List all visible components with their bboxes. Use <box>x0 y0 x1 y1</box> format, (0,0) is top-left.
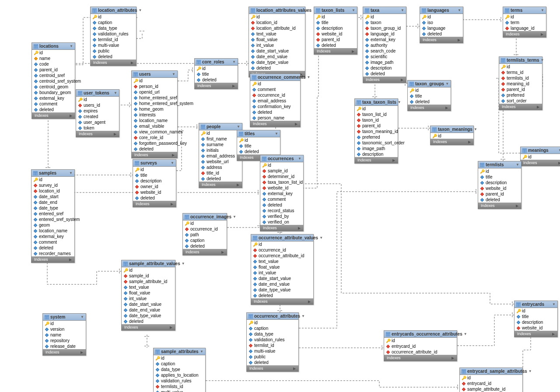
table-locations[interactable]: locations▼🔑idnamecodeparent_idcentroid_s… <box>32 42 75 119</box>
table-header[interactable]: termlists_terms▼ <box>499 57 542 64</box>
collapse-icon[interactable]: ▼ <box>70 44 73 48</box>
indexes-section[interactable]: Indexes▶ <box>247 365 298 371</box>
table-location_attributes_values[interactable]: location_attributes_values▼🔑idlocation_i… <box>248 7 305 77</box>
collapse-icon[interactable]: ▼ <box>552 302 556 306</box>
indexes-section[interactable]: Indexes▶ <box>132 152 177 158</box>
collapse-icon[interactable]: ▼ <box>233 215 236 219</box>
table-system[interactable]: system▼🔑idversionnamerepositoryrelease_d… <box>42 313 86 356</box>
indexes-section[interactable]: Indexes▶ <box>514 331 557 337</box>
table-taxon_lists[interactable]: taxon_lists▼🔑idtitledescriptionwebsite_i… <box>314 7 357 55</box>
indexes-section[interactable]: Indexes▶ <box>199 182 242 188</box>
collapse-icon[interactable]: ▼ <box>307 75 311 79</box>
table-header[interactable]: taxa_taxon_lists▼ <box>355 99 398 106</box>
table-header[interactable]: people▼ <box>199 123 242 130</box>
table-samples[interactable]: samples▼🔑idsurvey_idlocation_iddate_star… <box>31 169 75 263</box>
table-core_roles[interactable]: core_roles▼🔑idtitledeletedIndexes▶ <box>194 58 238 89</box>
table-header[interactable]: locations▼ <box>32 43 75 50</box>
table-taxon_meanings[interactable]: taxon_meanings▼🔑idIndexes▶ <box>430 126 474 145</box>
table-meanings[interactable]: meanings▼🔑idIndexes▶ <box>520 147 560 166</box>
table-header[interactable]: sample_attribute_values▼ <box>122 260 175 267</box>
table-header[interactable]: occurrence_attribute_values▼ <box>251 234 313 242</box>
indexes-section[interactable]: Indexes▶ <box>384 355 457 361</box>
table-header[interactable]: users▼ <box>132 71 177 78</box>
collapse-icon[interactable]: ▼ <box>237 125 240 129</box>
table-entrycards[interactable]: entrycards▼🔑idtitledescriptionwebsite_id… <box>514 301 558 337</box>
indexes-section[interactable]: Indexes▶ <box>133 201 176 207</box>
collapse-icon[interactable]: ▼ <box>540 58 544 62</box>
indexes-section[interactable]: Indexes▶ <box>408 105 451 111</box>
indexes-section[interactable]: Indexes▶ <box>499 104 542 110</box>
table-taxa_taxon_lists[interactable]: taxa_taxon_lists▼🔑idtaxon_list_idtaxon_i… <box>354 98 398 164</box>
table-header[interactable]: taxon_groups▼ <box>408 80 451 88</box>
collapse-icon[interactable]: ▼ <box>558 148 560 152</box>
collapse-icon[interactable]: ▼ <box>232 60 236 64</box>
indexes-section[interactable]: Indexes▶ <box>521 160 560 166</box>
indexes-section[interactable]: Indexes▶ <box>363 77 406 83</box>
table-header[interactable]: entrycards_occurrence_attributes▼ <box>384 331 457 338</box>
table-languages[interactable]: languages▼🔑idisolanguagedeletedIndexes▶ <box>420 7 463 43</box>
indexes-section[interactable]: Indexes▶ <box>32 112 75 119</box>
collapse-icon[interactable]: ▼ <box>458 8 461 12</box>
table-termlists[interactable]: termlists▼🔑idtitledescriptionwebsite_idp… <box>478 161 522 209</box>
indexes-section[interactable]: Indexes▶ <box>260 225 303 231</box>
indexes-section[interactable]: Indexes▶ <box>76 131 119 137</box>
table-header[interactable]: meanings▼ <box>521 147 560 154</box>
table-sample_attribute_values[interactable]: sample_attribute_values▼🔑idsample_idsamp… <box>121 260 175 331</box>
table-header[interactable]: occurrence_images▼ <box>183 214 227 220</box>
table-location_attributes[interactable]: location_attributes▼🔑idcaptiondata_typev… <box>90 7 136 66</box>
collapse-icon[interactable]: ▼ <box>352 8 355 12</box>
indexes-section[interactable]: Indexes▶ <box>122 324 175 330</box>
table-occurrence_comments[interactable]: occurrence_comments▼🔑idcommentoccurrence… <box>250 74 301 127</box>
collapse-icon[interactable]: ▼ <box>474 127 477 131</box>
collapse-icon[interactable]: ▼ <box>301 314 305 318</box>
table-header[interactable]: entrycard_sample_attributes▼ <box>460 368 522 375</box>
indexes-section[interactable]: Indexes▶ <box>420 37 463 43</box>
collapse-icon[interactable]: ▼ <box>275 132 278 136</box>
collapse-icon[interactable]: ▼ <box>516 163 519 167</box>
indexes-section[interactable]: Indexes▶ <box>314 48 357 54</box>
indexes-section[interactable]: Indexes▶ <box>250 121 300 127</box>
table-entrycard_sample_attributes[interactable]: entrycard_sample_attributes▼🔑identrycard… <box>459 368 523 392</box>
indexes-section[interactable]: Indexes▶ <box>355 157 398 163</box>
table-header[interactable]: titles▼ <box>237 130 280 137</box>
table-taxa[interactable]: taxa▼🔑idtaxontaxon_group_idlanguage_idex… <box>363 7 406 83</box>
table-header[interactable]: location_attributes_values▼ <box>249 7 305 14</box>
table-occurrence_images[interactable]: occurrence_images▼🔑idoccurrence_idpathca… <box>182 213 227 256</box>
table-header[interactable]: taxon_meanings▼ <box>430 126 473 133</box>
collapse-icon[interactable]: ▼ <box>528 369 532 373</box>
table-user_tokens[interactable]: user_tokens▼🔑idusers_idexpirescreateduse… <box>76 89 119 137</box>
indexes-section[interactable]: Indexes▶ <box>32 256 74 262</box>
table-occurrences[interactable]: occurrences▼🔑idsample_iddeterminer_idtax… <box>260 155 304 231</box>
table-occurrence_attributes[interactable]: occurrence_attributes▼🔑idcaptiondata_typ… <box>246 312 299 372</box>
table-entrycards_occurrence_attributes[interactable]: entrycards_occurrence_attributes▼🔑identr… <box>384 330 457 361</box>
table-header[interactable]: samples▼ <box>32 170 74 177</box>
indexes-section[interactable]: Indexes▶ <box>478 203 521 209</box>
indexes-section[interactable]: Indexes▶ <box>183 249 227 255</box>
collapse-icon[interactable]: ▼ <box>171 161 174 165</box>
table-header[interactable]: taxa▼ <box>363 7 406 14</box>
table-header[interactable]: core_roles▼ <box>195 59 238 66</box>
table-header[interactable]: terms▼ <box>503 7 546 14</box>
table-header[interactable]: surveys▼ <box>133 160 176 167</box>
indexes-section[interactable]: Indexes▶ <box>251 298 313 304</box>
table-header[interactable]: location_attributes▼ <box>91 7 136 14</box>
table-header[interactable]: system▼ <box>43 314 86 321</box>
collapse-icon[interactable]: ▼ <box>200 350 203 354</box>
collapse-icon[interactable]: ▼ <box>172 72 175 76</box>
collapse-icon[interactable]: ▼ <box>319 236 323 240</box>
collapse-icon[interactable]: ▼ <box>445 82 449 86</box>
table-surveys[interactable]: surveys▼🔑idtitledescriptionowner_idwebsi… <box>133 159 176 207</box>
table-header[interactable]: occurrence_comments▼ <box>250 74 300 81</box>
table-sample_attributes[interactable]: sample_attributes▼🔑idcaptiondata_typeapp… <box>153 348 206 392</box>
collapse-icon[interactable]: ▼ <box>541 8 544 12</box>
table-header[interactable]: user_tokens▼ <box>76 90 119 97</box>
collapse-icon[interactable]: ▼ <box>182 262 185 266</box>
indexes-section[interactable]: Indexes▶ <box>91 60 136 66</box>
table-taxon_groups[interactable]: taxon_groups▼🔑idtitledeletedIndexes▶ <box>407 80 451 111</box>
table-header[interactable]: termlists▼ <box>478 161 521 168</box>
indexes-section[interactable]: Indexes▶ <box>503 31 546 37</box>
table-occurrence_attribute_values[interactable]: occurrence_attribute_values▼🔑idoccurrenc… <box>251 234 314 305</box>
indexes-section[interactable]: Indexes▶ <box>195 83 238 89</box>
table-people[interactable]: people▼🔑idfirst_namesurnameinitialsemail… <box>199 123 242 188</box>
table-header[interactable]: entrycards▼ <box>514 301 557 308</box>
